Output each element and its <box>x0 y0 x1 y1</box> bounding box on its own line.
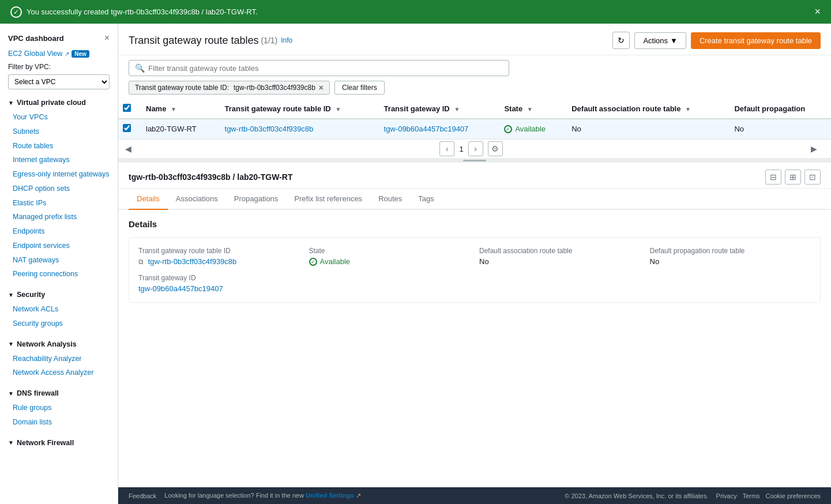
tab-prefix-list[interactable]: Prefix list references <box>286 189 370 210</box>
detail-value-assoc: No <box>479 257 641 266</box>
dropdown-icon: ▼ <box>670 36 678 45</box>
sidebar-item-network-acls[interactable]: Network ACLs <box>0 302 118 317</box>
unified-settings-link[interactable]: Unified Settings <box>306 492 354 499</box>
tab-tags[interactable]: Tags <box>410 189 442 210</box>
col-default-assoc: Default association route table ▼ <box>565 99 727 119</box>
select-all-header[interactable] <box>118 99 139 119</box>
refresh-button[interactable]: ↻ <box>612 32 630 49</box>
clear-filters-button[interactable]: Clear filters <box>334 81 385 95</box>
resize-divider[interactable] <box>118 158 831 163</box>
network-firewall-section-header[interactable]: ▼ Network Firewall <box>0 435 118 450</box>
sidebar-item-endpoints[interactable]: Endpoints <box>0 224 118 239</box>
vpc-filter[interactable]: Select a VPC <box>8 74 110 89</box>
col-route-table-id: Transit gateway route table ID ▼ <box>218 99 377 119</box>
sidebar-item-egress-gateways[interactable]: Egress-only internet gateways <box>0 167 118 182</box>
sidebar-item-your-vpcs[interactable]: Your VPCs <box>0 110 118 125</box>
detail-rtid-link[interactable]: tgw-rtb-0b3cff03c4f939c8b <box>148 257 237 266</box>
sort-icon[interactable]: ▼ <box>685 106 691 112</box>
sidebar-item-peering[interactable]: Peering connections <box>0 267 118 281</box>
expand-button[interactable]: ⊡ <box>804 170 821 185</box>
security-section-header[interactable]: ▼ Security <box>0 287 118 302</box>
info-link[interactable]: Info <box>281 36 292 44</box>
detail-tgw-id: Transit gateway ID tgw-09b60a4457bc19407 <box>138 274 300 293</box>
sidebar-item-prefix-lists[interactable]: Managed prefix lists <box>0 210 118 224</box>
bottom-panel: tgw-rtb-0b3cff03c4f939c8b / lab20-TGW-RT… <box>118 163 831 487</box>
filter-tag-label: Transit gateway route table ID: <box>135 84 229 92</box>
sort-icon[interactable]: ▼ <box>454 106 460 112</box>
search-input[interactable] <box>148 64 503 73</box>
banner-close-button[interactable]: × <box>814 6 821 18</box>
create-button[interactable]: Create transit gateway route table <box>691 32 821 49</box>
detail-value-prop: No <box>650 257 811 266</box>
actions-button[interactable]: Actions ▼ <box>634 32 686 49</box>
sidebar-item-endpoint-services[interactable]: Endpoint services <box>0 239 118 253</box>
split-horizontal-button[interactable]: ⊟ <box>765 170 781 185</box>
table-settings-button[interactable]: ⚙ <box>488 141 503 156</box>
detail-tgwid-link[interactable]: tgw-09b60a4457bc19407 <box>138 284 223 293</box>
tab-routes[interactable]: Routes <box>370 189 410 210</box>
col-tgw-id: Transit gateway ID ▼ <box>377 99 498 119</box>
footer-text: Looking for language selection? Find it … <box>164 492 360 499</box>
tab-associations[interactable]: Associations <box>168 189 226 210</box>
sidebar-item-subnets[interactable]: Subnets <box>0 125 118 139</box>
detail-value-rtid: ⧉ tgw-rtb-0b3cff03c4f939c8b <box>138 257 300 266</box>
cookie-pref-link[interactable]: Cookie preferences <box>766 492 821 499</box>
sort-icon[interactable]: ▼ <box>171 106 176 112</box>
sort-icon[interactable]: ▼ <box>527 106 533 112</box>
row-state: ✓ Available <box>497 119 565 139</box>
split-vertical-button[interactable]: ⊞ <box>785 170 801 185</box>
privacy-link[interactable]: Privacy <box>716 492 737 499</box>
prev-page-button[interactable]: ‹ <box>439 141 454 156</box>
sidebar-item-rule-groups[interactable]: Rule groups <box>0 401 118 415</box>
panel-view-buttons: ⊟ ⊞ ⊡ <box>765 170 821 185</box>
tgw-id-link[interactable]: tgw-09b60a4457bc19407 <box>384 125 469 133</box>
scroll-left-button[interactable]: ◀ <box>122 143 135 155</box>
row-name: lab20-TGW-RT <box>139 119 218 139</box>
status-icon: ✓ <box>309 258 317 266</box>
filter-tag-remove[interactable]: × <box>319 84 324 92</box>
table-row[interactable]: lab20-TGW-RT tgw-rtb-0b3cff03c4f939c8b t… <box>118 119 831 139</box>
sidebar-item-dhcp[interactable]: DHCP option sets <box>0 182 118 196</box>
sidebar-title: VPC dashboard <box>8 34 64 43</box>
chevron-icon: ▼ <box>8 390 14 397</box>
route-tables-table: Name ▼ Transit gateway route table ID ▼ … <box>118 99 831 139</box>
terms-link[interactable]: Terms <box>743 492 760 499</box>
vpc-select[interactable]: Select a VPC <box>8 74 110 89</box>
feedback-link[interactable]: Feedback <box>129 492 156 499</box>
tab-propagations[interactable]: Propagations <box>226 189 287 210</box>
scroll-right-button[interactable]: ▶ <box>807 143 821 155</box>
route-table-id-link[interactable]: tgw-rtb-0b3cff03c4f939c8b <box>225 125 314 133</box>
tab-details[interactable]: Details <box>129 189 168 210</box>
sort-icon[interactable]: ▼ <box>335 106 341 112</box>
sidebar-item-nat-gateways[interactable]: NAT gateways <box>0 253 118 268</box>
row-route-table-id: tgw-rtb-0b3cff03c4f939c8b <box>218 119 377 139</box>
sidebar-item-internet-gateways[interactable]: Internet gateways <box>0 153 118 167</box>
row-tgw-id: tgw-09b60a4457bc19407 <box>377 119 498 139</box>
detail-label-state: State <box>309 247 471 255</box>
next-page-button[interactable]: › <box>468 141 483 156</box>
detail-label-prop: Default propagation route table <box>650 247 811 255</box>
row-checkbox[interactable] <box>123 124 131 132</box>
sidebar-close-button[interactable]: × <box>104 33 110 43</box>
content-area: Transit gateway route tables (1/1) Info … <box>118 24 831 504</box>
status-available: ✓ Available <box>504 125 558 133</box>
sidebar-item-elastic-ips[interactable]: Elastic IPs <box>0 196 118 210</box>
row-checkbox-cell[interactable] <box>118 119 139 139</box>
select-all-checkbox[interactable] <box>123 104 131 112</box>
vpc-section-header[interactable]: ▼ Virtual private cloud <box>0 95 118 110</box>
sidebar-item-reachability[interactable]: Reachability Analyzer <box>0 352 118 366</box>
top-panel: Transit gateway route tables (1/1) Info … <box>118 24 831 158</box>
network-analysis-section-header[interactable]: ▼ Network Analysis <box>0 337 118 352</box>
search-input-wrap[interactable]: 🔍 <box>129 60 509 76</box>
ec2-global-view-link[interactable]: EC2 Global View ↗ New <box>0 48 118 59</box>
sidebar-item-network-access[interactable]: Network Access Analyzer <box>0 366 118 380</box>
success-icon: ✓ <box>10 6 22 18</box>
filter-tag: Transit gateway route table ID: tgw-rtb-… <box>129 81 330 95</box>
sidebar-item-route-tables[interactable]: Route tables <box>0 139 118 153</box>
sidebar-header: VPC dashboard × <box>0 31 118 48</box>
sidebar-item-security-groups[interactable]: Security groups <box>0 317 118 331</box>
dns-firewall-section-header[interactable]: ▼ DNS firewall <box>0 386 118 401</box>
filter-label: Filter by VPC: <box>0 59 118 72</box>
sidebar-item-domain-lists[interactable]: Domain lists <box>0 415 118 430</box>
copy-icon[interactable]: ⧉ <box>138 258 144 266</box>
